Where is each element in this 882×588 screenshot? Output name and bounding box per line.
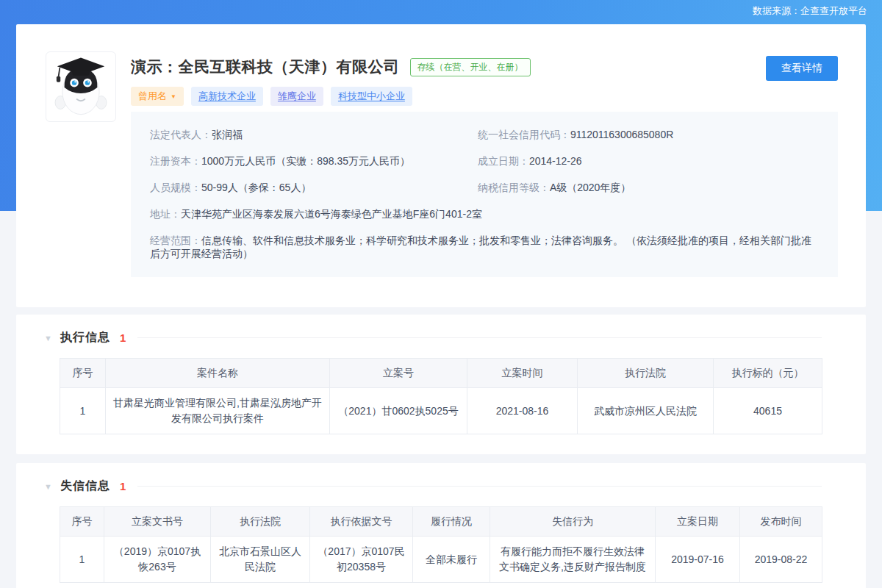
col-filing-date: 立案日期: [656, 507, 740, 537]
cell-behavior: 有履行能力而拒不履行生效法律文书确定义务,违反财产报告制度: [490, 537, 656, 583]
company-header: 演示：全民互联科技（天津）有限公司 存续（在营、开业、在册）: [131, 57, 531, 77]
tag-hightech-label: 高新技术企业: [198, 90, 256, 103]
cell-court: 武威市凉州区人民法院: [578, 388, 714, 434]
status-badge: 存续（在营、开业、在册）: [410, 58, 531, 76]
execution-count-badge: 1: [120, 331, 126, 344]
section-divider: [137, 337, 822, 338]
info-legal-rep: 法定代表人：张润福: [150, 121, 478, 148]
cell-filing-date: 2019-07-16: [656, 537, 740, 583]
cell-seq: 1: [60, 537, 104, 583]
dishonesty-count-badge: 1: [120, 480, 126, 492]
tag-sme-enterprise[interactable]: 科技型中小企业: [331, 87, 412, 106]
cell-seq: 1: [60, 388, 106, 434]
execution-table-header-row: 序号 案件名称 立案号 立案时间 执行法院 执行标的（元）: [60, 359, 822, 388]
cell-filing-date: 2021-08-16: [467, 388, 578, 434]
col-court: 执行法院: [578, 359, 714, 388]
execution-section-title: 执行信息: [60, 330, 110, 345]
cell-target-amount: 40615: [714, 388, 822, 434]
info-staff-size: 人员规模：50-99人（参保：65人）: [150, 174, 478, 201]
dishonesty-info-section: ▼ 失信信息 1 序号 立案文书号 执行法院 执行依据文号 履行情况 失信行为 …: [16, 463, 866, 588]
col-basis-number: 执行依据文号: [310, 507, 413, 537]
cell-doc-number: （2019）京0107执恢263号: [104, 537, 211, 583]
topbar: 数据来源：企查查开放平台: [0, 0, 882, 22]
col-behavior: 失信行为: [490, 507, 656, 537]
col-seq: 序号: [60, 507, 104, 537]
tag-former-name-label: 曾用名: [138, 90, 167, 103]
tag-hightech-enterprise[interactable]: 高新技术企业: [191, 87, 263, 106]
dishonesty-section-title: 失信信息: [60, 478, 110, 494]
col-filing-date: 立案时间: [467, 359, 578, 388]
section-divider: [137, 486, 822, 487]
cell-basis-number: （2017）京0107民初20358号: [310, 537, 413, 583]
tag-eagle-label: 雏鹰企业: [278, 90, 316, 103]
col-seq: 序号: [60, 359, 106, 388]
robot-mascot-icon: [49, 55, 112, 118]
cell-publish-date: 2019-08-22: [740, 537, 822, 583]
info-business-scope: 经营范围：信息传输、软件和信息技术服务业；科学研究和技术服务业；批发和零售业；法…: [150, 227, 819, 267]
execution-section-header: ▼ 执行信息 1: [16, 315, 866, 345]
company-tags: 曾用名 ▼ 高新技术企业 雏鹰企业 科技型中小企业: [131, 87, 412, 106]
col-court: 执行法院: [211, 507, 310, 537]
info-credit-code: 统一社会信用代码：91120116300685080R: [478, 121, 819, 148]
tag-former-name[interactable]: 曾用名 ▼: [131, 87, 184, 106]
dishonesty-table-row: 1 （2019）京0107执恢263号 北京市石景山区人民法院 （2017）京0…: [60, 537, 822, 583]
info-reg-capital: 注册资本：1000万元人民币（实缴：898.35万元人民币）: [150, 148, 478, 174]
execution-table-row: 1 甘肃星光商业管理有限公司,甘肃星泓房地产开发有限公司执行案件 （2021）甘…: [60, 388, 822, 434]
cell-case-number: （2021）甘0602执5025号: [330, 388, 467, 434]
cell-court: 北京市石景山区人民法院: [211, 537, 310, 583]
execution-table: 序号 案件名称 立案号 立案时间 执行法院 执行标的（元） 1 甘肃星光商业管理…: [60, 358, 822, 434]
info-tax-credit: 纳税信用等级：A级（2020年度）: [478, 174, 819, 201]
col-target-amount: 执行标的（元）: [714, 359, 822, 388]
collapse-caret-icon[interactable]: ▼: [44, 482, 52, 491]
company-card: 演示：全民互联科技（天津）有限公司 存续（在营、开业、在册） 查看详情 曾用名 …: [16, 24, 866, 307]
company-name: 演示：全民互联科技（天津）有限公司: [131, 57, 400, 77]
execution-info-section: ▼ 执行信息 1 序号 案件名称 立案号 立案时间 执行法院 执行标的（元） 1…: [16, 315, 866, 454]
collapse-caret-icon[interactable]: ▼: [44, 334, 52, 343]
col-publish-date: 发布时间: [740, 507, 822, 537]
dishonesty-section-header: ▼ 失信信息 1: [16, 463, 866, 494]
cell-case-name: 甘肃星光商业管理有限公司,甘肃星泓房地产开发有限公司执行案件: [106, 388, 330, 434]
data-source-link[interactable]: 数据来源：企查查开放平台: [753, 4, 867, 18]
dishonesty-table-header-row: 序号 立案文书号 执行法院 执行依据文号 履行情况 失信行为 立案日期 发布时间: [60, 507, 822, 537]
info-establish-date: 成立日期：2014-12-26: [478, 148, 819, 174]
view-details-button[interactable]: 查看详情: [766, 56, 838, 81]
dishonesty-table: 序号 立案文书号 执行法院 执行依据文号 履行情况 失信行为 立案日期 发布时间…: [60, 506, 822, 583]
tag-eagle-enterprise[interactable]: 雏鹰企业: [270, 87, 323, 106]
cell-performance: 全部未履行: [413, 537, 490, 583]
company-info-grid: 法定代表人：张润福 统一社会信用代码：91120116300685080R 注册…: [131, 112, 838, 277]
tag-sme-label: 科技型中小企业: [338, 90, 405, 103]
col-performance: 履行情况: [413, 507, 490, 537]
company-logo: [46, 51, 116, 122]
col-case-number: 立案号: [330, 359, 467, 388]
col-doc-number: 立案文书号: [104, 507, 211, 537]
col-case-name: 案件名称: [106, 359, 330, 388]
caret-down-icon: ▼: [171, 93, 176, 100]
info-address: 地址：天津华苑产业区海泰发展六道6号海泰绿色产业基地F座6门401-2室: [150, 201, 819, 227]
